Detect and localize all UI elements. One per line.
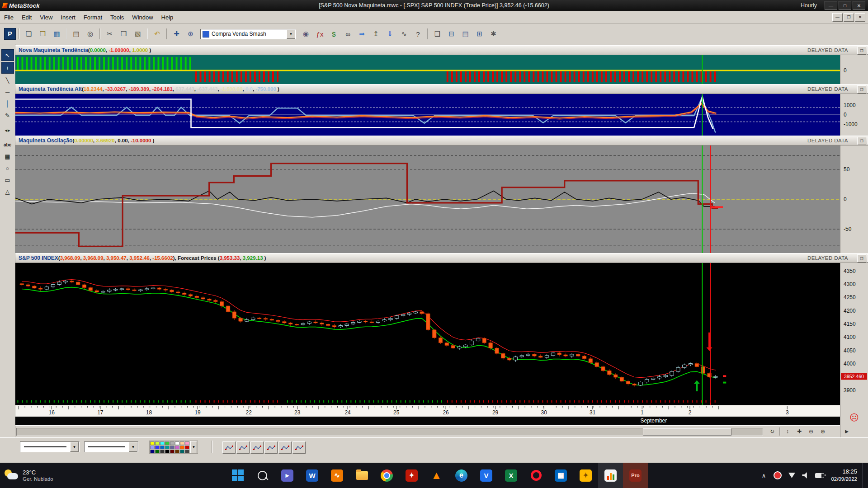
color-palette[interactable]: ▼ (149, 441, 198, 454)
color-swatch[interactable] (180, 446, 184, 449)
line-weight-select[interactable]: ▼ (84, 441, 138, 452)
app-edge[interactable]: e (449, 463, 474, 488)
pointer-mode-button[interactable]: ✚ (170, 28, 183, 40)
color-swatch[interactable] (160, 446, 165, 449)
app-explorer[interactable] (349, 463, 374, 488)
chart-preset-6[interactable] (292, 441, 306, 454)
undo-button[interactable]: ↶ (151, 28, 164, 40)
wifi-icon[interactable] (786, 470, 797, 481)
color-swatch[interactable] (185, 450, 189, 453)
panel-restore-button[interactable]: ❐ (857, 47, 866, 55)
chevron-down-icon[interactable]: ▼ (190, 441, 197, 453)
chart-preset-4[interactable] (264, 441, 278, 454)
close-button[interactable]: ✕ (853, 1, 865, 10)
panel-restore-button[interactable]: ❐ (857, 254, 866, 263)
pointer-tool[interactable]: ↖ (1, 49, 14, 61)
color-swatch[interactable] (150, 441, 155, 445)
zoom-mode-button[interactable]: ⊕ (184, 28, 197, 40)
money-manager-button[interactable]: $ (327, 28, 340, 40)
triangle-tool[interactable]: △ (2, 186, 14, 197)
grid-tool[interactable]: ▦ (2, 151, 14, 162)
scroll-right-button[interactable]: ▸ (8, 127, 10, 133)
maximize-button[interactable]: □ (839, 1, 851, 10)
power-console-button[interactable]: P (4, 28, 16, 40)
app-chrome[interactable] (374, 463, 399, 488)
app-notes[interactable]: ✦ (573, 463, 598, 488)
print-button[interactable]: ▤ (70, 28, 83, 40)
color-swatch[interactable] (165, 450, 170, 453)
menu-format[interactable]: Format (80, 12, 106, 23)
context-help-button[interactable]: ? (411, 28, 425, 40)
tile-vertical-button[interactable]: ⊞ (473, 28, 486, 40)
save-button[interactable]: ▦ (50, 28, 63, 40)
panel-chart-area-1[interactable] (15, 55, 840, 84)
mdi-minimize-button[interactable]: — (832, 13, 843, 22)
menu-window[interactable]: Window (128, 12, 157, 23)
rectangle-tool[interactable]: ▭ (2, 174, 14, 185)
zoom-out-button[interactable]: ⊖ (806, 427, 816, 436)
chart-preset-1[interactable] (222, 441, 236, 454)
panel-chart-area-2[interactable] (15, 94, 840, 136)
color-swatch[interactable] (175, 446, 179, 449)
scrollbar-track[interactable] (16, 428, 763, 436)
expert-advisor-icon[interactable]: ☹ (849, 413, 859, 422)
indicator-quicklist-button[interactable]: ◉ (299, 28, 312, 40)
color-swatch[interactable] (185, 446, 189, 449)
scroll-left-button[interactable]: ◂ (5, 127, 7, 133)
app-acrobat[interactable]: ✦ (399, 463, 424, 488)
color-swatch[interactable] (150, 450, 155, 453)
app-excel[interactable]: X (499, 463, 524, 488)
hidden-icons-button[interactable]: ∧ (758, 470, 769, 481)
color-swatch[interactable] (155, 450, 160, 453)
panel-chart-area-4[interactable] (15, 263, 840, 405)
horizontal-line-tool[interactable]: ─ (2, 86, 14, 97)
downloader-button[interactable]: ⇓ (383, 28, 396, 40)
menu-view[interactable]: View (36, 12, 57, 23)
search-button[interactable] (250, 463, 275, 488)
color-swatch[interactable] (170, 446, 175, 449)
volume-icon[interactable] (800, 470, 811, 481)
ellipse-tool[interactable]: ○ (2, 163, 14, 174)
color-swatch[interactable] (175, 441, 179, 445)
app-word[interactable]: W (300, 463, 325, 488)
study-line-tool[interactable]: ✎ (2, 110, 14, 121)
trendline-tool[interactable]: ╲ (2, 75, 14, 85)
chart-preset-2[interactable] (236, 441, 250, 454)
app-pro[interactable]: Pro (623, 463, 648, 488)
app-metastock-running[interactable] (598, 463, 623, 488)
pan-view-button[interactable]: ✚ (794, 427, 805, 436)
system-tester-button[interactable]: ∿ (397, 28, 410, 40)
new-chart-button[interactable]: ❏ (22, 28, 35, 40)
panel-chart-area-3[interactable] (15, 145, 840, 253)
mdi-restore-button[interactable]: ❐ (844, 13, 854, 22)
expert-advisor-button[interactable]: ⇒ (355, 28, 368, 40)
show-desktop-button[interactable] (862, 463, 864, 488)
refresh-button[interactable]: ↻ (767, 427, 778, 436)
color-swatch[interactable] (180, 450, 184, 453)
chart-preset-3[interactable] (250, 441, 264, 454)
panel-restore-button[interactable]: ❐ (857, 85, 866, 94)
app-metastock[interactable]: ∿ (325, 463, 349, 488)
print-preview-button[interactable]: ◎ (84, 28, 97, 40)
color-swatch[interactable] (165, 441, 170, 445)
vertical-zoom-button[interactable]: ↕ (782, 427, 793, 436)
explorer-button[interactable]: ∞ (341, 28, 354, 40)
app-calculator[interactable]: ▦ (548, 463, 573, 488)
open-button[interactable]: ❒ (36, 28, 49, 40)
battery-icon[interactable] (814, 470, 825, 481)
layout-button[interactable]: ↥ (369, 28, 382, 40)
app-vlc[interactable]: ▲ (424, 463, 449, 488)
app-media[interactable]: ▸ (275, 463, 300, 488)
weather-widget[interactable]: 23°CGer. Nublado (5, 463, 53, 488)
page-right-button[interactable]: ▶ (841, 427, 852, 436)
paste-button[interactable]: ▧ (131, 28, 144, 40)
menu-file[interactable]: File (0, 12, 18, 23)
cut-button[interactable]: ✂ (103, 28, 116, 40)
app-opera[interactable] (524, 463, 548, 488)
color-swatch[interactable] (155, 446, 160, 449)
options-button[interactable]: ✱ (487, 28, 500, 40)
text-tool[interactable]: abc (2, 139, 14, 150)
preset-dropdown[interactable]: Compra Venda Smash▼ (200, 29, 296, 39)
color-swatch[interactable] (155, 441, 160, 445)
chevron-down-icon[interactable]: ▼ (129, 442, 137, 452)
